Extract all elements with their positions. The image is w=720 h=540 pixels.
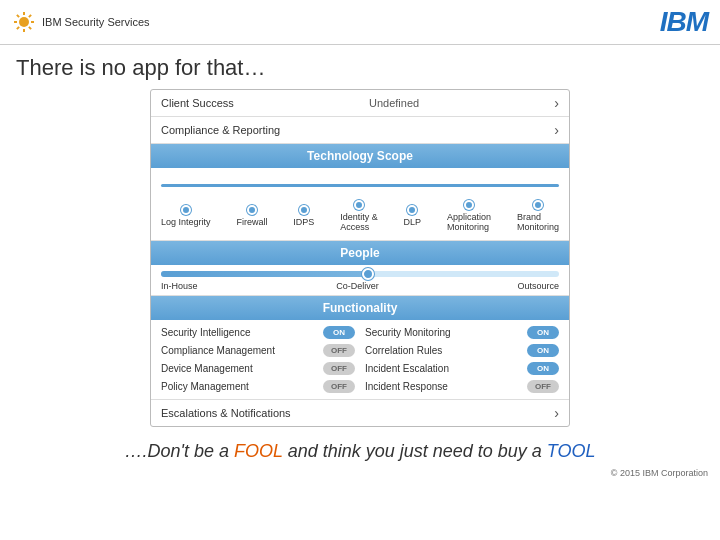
func-security-monitoring-label: Security Monitoring bbox=[365, 327, 527, 338]
func-policy-management-toggle[interactable]: OFF bbox=[323, 380, 355, 393]
tech-dot-idps bbox=[299, 205, 309, 215]
company-name: IBM Security Services bbox=[42, 16, 150, 28]
svg-point-0 bbox=[19, 17, 29, 27]
tech-track bbox=[161, 176, 559, 194]
main-card: Client Success Undefined › Compliance & … bbox=[150, 89, 570, 427]
tech-track-line bbox=[161, 184, 559, 187]
tech-dot-firewall bbox=[247, 205, 257, 215]
svg-line-7 bbox=[29, 15, 31, 17]
people-label-outsource: Outsource bbox=[517, 281, 559, 291]
functionality-area: Security Intelligence ON Security Monito… bbox=[151, 320, 569, 399]
func-security-monitoring: Security Monitoring ON bbox=[365, 326, 559, 339]
copyright: © 2015 IBM Corporation bbox=[0, 466, 720, 480]
page-title: There is no app for that… bbox=[0, 45, 720, 89]
func-grid: Security Intelligence ON Security Monito… bbox=[161, 326, 559, 393]
escalations-arrow: › bbox=[554, 405, 559, 421]
func-compliance-management: Compliance Management OFF bbox=[161, 344, 355, 357]
tech-item-idps: IDPS bbox=[293, 205, 314, 227]
client-success-value: Undefined bbox=[369, 97, 419, 109]
func-device-management: Device Management OFF bbox=[161, 362, 355, 375]
tech-dot-dlp bbox=[407, 205, 417, 215]
people-labels: In-House Co-Deliver Outsource bbox=[161, 281, 559, 291]
svg-line-6 bbox=[29, 27, 31, 29]
svg-line-8 bbox=[17, 27, 19, 29]
func-correlation-rules-toggle[interactable]: ON bbox=[527, 344, 559, 357]
tech-item-firewall: Firewall bbox=[236, 205, 267, 227]
compliance-arrow: › bbox=[554, 122, 559, 138]
tech-scope-area: Log Integrity Firewall IDPS Identity &Ac… bbox=[151, 168, 569, 241]
tech-dot-log-integrity bbox=[181, 205, 191, 215]
tech-item-dlp: DLP bbox=[404, 205, 422, 227]
func-correlation-rules: Correlation Rules ON bbox=[365, 344, 559, 357]
svg-line-5 bbox=[17, 15, 19, 17]
people-slider-thumb[interactable] bbox=[362, 268, 374, 280]
people-header: People bbox=[151, 241, 569, 265]
people-slider-track[interactable] bbox=[161, 271, 559, 277]
func-policy-management-label: Policy Management bbox=[161, 381, 323, 392]
func-incident-escalation-toggle[interactable]: ON bbox=[527, 362, 559, 375]
people-label-codeliver: Co-Deliver bbox=[336, 281, 379, 291]
escalations-row[interactable]: Escalations & Notifications › bbox=[151, 399, 569, 426]
client-success-row[interactable]: Client Success Undefined › bbox=[151, 90, 569, 117]
func-device-management-toggle[interactable]: OFF bbox=[323, 362, 355, 375]
func-security-monitoring-toggle[interactable]: ON bbox=[527, 326, 559, 339]
func-incident-response-label: Incident Response bbox=[365, 381, 527, 392]
compliance-label: Compliance & Reporting bbox=[161, 124, 280, 136]
people-area: In-House Co-Deliver Outsource bbox=[151, 265, 569, 296]
func-policy-management: Policy Management OFF bbox=[161, 380, 355, 393]
tech-scope-header: Technology Scope bbox=[151, 144, 569, 168]
tech-item-log-integrity: Log Integrity bbox=[161, 205, 211, 227]
tech-item-app-monitoring: ApplicationMonitoring bbox=[447, 200, 491, 232]
client-success-arrow: › bbox=[554, 95, 559, 111]
escalations-label: Escalations & Notifications bbox=[161, 407, 291, 419]
func-compliance-management-label: Compliance Management bbox=[161, 345, 323, 356]
ibm-logo: IBM bbox=[660, 6, 708, 38]
func-security-intelligence-label: Security Intelligence bbox=[161, 327, 323, 338]
header: IBM Security Services IBM bbox=[0, 0, 720, 45]
func-incident-escalation: Incident Escalation ON bbox=[365, 362, 559, 375]
tech-dot-identity bbox=[354, 200, 364, 210]
company-branding: IBM Security Services bbox=[12, 10, 150, 34]
compliance-row[interactable]: Compliance & Reporting › bbox=[151, 117, 569, 144]
tech-item-brand-monitoring: BrandMonitoring bbox=[517, 200, 559, 232]
tech-item-identity: Identity &Access bbox=[340, 200, 378, 232]
client-success-label: Client Success bbox=[161, 97, 234, 109]
func-incident-response: Incident Response OFF bbox=[365, 380, 559, 393]
func-device-management-label: Device Management bbox=[161, 363, 323, 374]
footer-text-middle: and think you just need to buy a bbox=[283, 441, 547, 461]
tech-dot-app-monitoring bbox=[464, 200, 474, 210]
footer-text: ….Don't be a FOOL and think you just nee… bbox=[0, 427, 720, 466]
func-security-intelligence: Security Intelligence ON bbox=[161, 326, 355, 339]
functionality-header: Functionality bbox=[151, 296, 569, 320]
func-correlation-rules-label: Correlation Rules bbox=[365, 345, 527, 356]
func-compliance-management-toggle[interactable]: OFF bbox=[323, 344, 355, 357]
func-incident-response-toggle[interactable]: OFF bbox=[527, 380, 559, 393]
ibm-sun-icon bbox=[12, 10, 36, 34]
footer-fool: FOOL bbox=[234, 441, 283, 461]
footer-text-before: ….Don't be a bbox=[124, 441, 234, 461]
func-security-intelligence-toggle[interactable]: ON bbox=[323, 326, 355, 339]
people-slider-fill bbox=[161, 271, 368, 277]
footer-tool: TOOL bbox=[547, 441, 596, 461]
func-incident-escalation-label: Incident Escalation bbox=[365, 363, 527, 374]
people-label-inhouse: In-House bbox=[161, 281, 198, 291]
tech-items: Log Integrity Firewall IDPS Identity &Ac… bbox=[161, 200, 559, 232]
tech-dot-brand-monitoring bbox=[533, 200, 543, 210]
